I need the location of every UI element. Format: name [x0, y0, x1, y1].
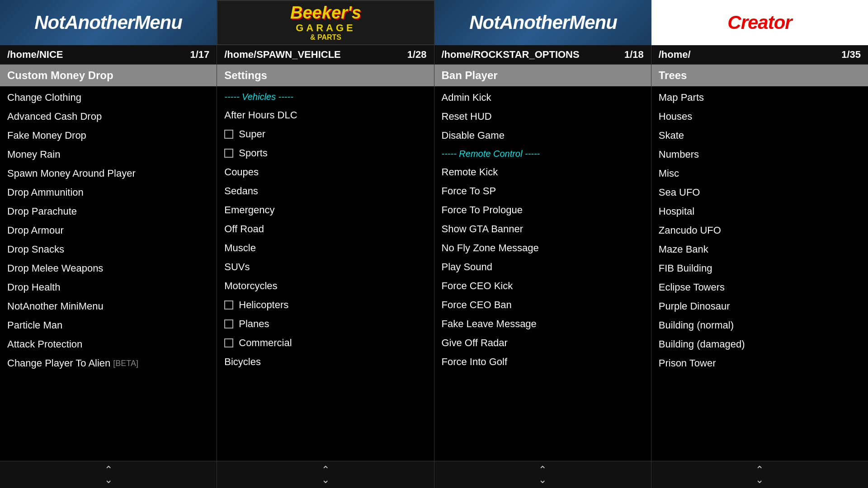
arrow-down-4[interactable]: ⌄ — [755, 475, 764, 485]
menu-item[interactable]: Force To Prologue — [434, 201, 651, 220]
panel-1: /home/NICE 1/17 Custom Money Drop Change… — [0, 45, 217, 461]
nav-arrows-1[interactable]: ⌃ ⌄ — [104, 465, 113, 485]
nav-arrows-2[interactable]: ⌃ ⌄ — [321, 465, 330, 485]
menu-item[interactable]: Fake Money Drop — [0, 126, 217, 145]
menu-item[interactable]: Prison Tower — [651, 354, 868, 373]
menu-item[interactable]: ----- Vehicles ----- — [217, 88, 434, 106]
path-4: /home/ — [659, 49, 691, 61]
menu-item[interactable]: FIB Building — [651, 259, 868, 278]
menu-item-label: Change Player To Alien — [7, 357, 110, 369]
menu-item[interactable]: Change Clothing — [0, 88, 217, 107]
checkbox-icon[interactable] — [224, 319, 233, 328]
menu-item[interactable]: Super — [217, 125, 434, 144]
menu-item[interactable]: Drop Ammunition — [0, 183, 217, 202]
menu-item[interactable]: Motorcycles — [217, 277, 434, 296]
menu-item[interactable]: Drop Health — [0, 278, 217, 297]
menu-item[interactable]: SUVs — [217, 258, 434, 277]
section-header-3[interactable]: Ban Player — [434, 65, 651, 86]
menu-item[interactable]: Maze Bank — [651, 240, 868, 259]
menu-item[interactable]: Coupes — [217, 163, 434, 182]
count-4: 1/35 — [841, 49, 861, 61]
menu-item[interactable]: Give Off Radar — [434, 333, 651, 352]
menu-item[interactable]: Muscle — [217, 239, 434, 258]
menu-item[interactable]: Attack Protection — [0, 335, 217, 354]
path-3: /home/ROCKSTAR_OPTIONS — [442, 49, 580, 61]
arrow-up-3[interactable]: ⌃ — [538, 465, 547, 475]
menu-item[interactable]: Planes — [217, 314, 434, 333]
header-panel-2: Beeker's GARAGE & PARTS — [217, 0, 435, 45]
menu-item-label: Commercial — [239, 337, 292, 349]
section-header-4[interactable]: Trees — [651, 65, 868, 86]
nav-arrows-3[interactable]: ⌃ ⌄ — [538, 465, 547, 485]
menu-item[interactable]: Sedans — [217, 182, 434, 201]
menu-item[interactable]: Drop Parachute — [0, 202, 217, 221]
arrow-up-4[interactable]: ⌃ — [755, 465, 764, 475]
menu-item[interactable]: Bicycles — [217, 352, 434, 371]
menu-item-label: Sports — [239, 147, 268, 159]
menu-item[interactable]: Drop Armour — [0, 221, 217, 240]
checkbox-icon[interactable] — [224, 300, 233, 310]
menu-item[interactable]: Eclipse Towers — [651, 278, 868, 297]
panel-3: /home/ROCKSTAR_OPTIONS 1/18 Ban Player A… — [434, 45, 651, 461]
checkbox-icon[interactable] — [224, 149, 233, 158]
menu-item[interactable]: Commercial — [217, 333, 434, 352]
menu-item[interactable]: Spawn Money Around Player — [0, 164, 217, 183]
menu-item[interactable]: Emergency — [217, 201, 434, 220]
menu-item[interactable]: Force To SP — [434, 182, 651, 201]
menu-item[interactable]: Force CEO Ban — [434, 296, 651, 314]
menu-item[interactable]: Building (normal) — [651, 316, 868, 335]
menu-item[interactable]: Houses — [651, 107, 868, 126]
menu-item[interactable]: Play Sound — [434, 258, 651, 277]
checkbox-icon[interactable] — [224, 130, 233, 139]
menu-item[interactable]: Force CEO Kick — [434, 277, 651, 296]
menu-item[interactable]: Particle Man — [0, 316, 217, 335]
footer-panel-4: ⌃ ⌄ — [651, 461, 868, 488]
menu-item[interactable]: Drop Snacks — [0, 240, 217, 259]
panel-2: /home/SPAWN_VEHICLE 1/28 Settings ----- … — [217, 45, 434, 461]
menu-item[interactable]: Reset HUD — [434, 107, 651, 126]
footer-panel-3: ⌃ ⌄ — [434, 461, 651, 488]
menu-item[interactable]: Building (damaged) — [651, 335, 868, 354]
menu-item[interactable]: Admin Kick — [434, 88, 651, 107]
nav-arrows-4[interactable]: ⌃ ⌄ — [755, 465, 764, 485]
menu-list-3: Admin KickReset HUDDisable Game----- Rem… — [434, 86, 651, 461]
section-header-1[interactable]: Custom Money Drop — [0, 65, 217, 86]
menu-item-label: Planes — [239, 318, 269, 330]
menu-item[interactable]: Numbers — [651, 145, 868, 164]
menu-item[interactable]: Helicopters — [217, 296, 434, 314]
menu-item[interactable]: Sports — [217, 144, 434, 163]
menu-list-2: ----- Vehicles -----After Hours DLCSuper… — [217, 86, 434, 461]
menu-item[interactable]: Misc — [651, 164, 868, 183]
menu-item[interactable]: Remote Kick — [434, 163, 651, 182]
menu-item[interactable]: Show GTA Banner — [434, 220, 651, 239]
arrow-up-2[interactable]: ⌃ — [321, 465, 330, 475]
menu-item[interactable]: Off Road — [217, 220, 434, 239]
menu-item[interactable]: ----- Remote Control ----- — [434, 145, 651, 163]
menu-item[interactable]: Purple Dinosaur — [651, 297, 868, 316]
menu-item[interactable]: Drop Melee Weapons — [0, 259, 217, 278]
menu-item[interactable]: Hospital — [651, 202, 868, 221]
menu-item[interactable]: Force Into Golf — [434, 352, 651, 371]
arrow-down-2[interactable]: ⌄ — [321, 475, 330, 485]
menu-item[interactable]: Skate — [651, 126, 868, 145]
menu-item[interactable]: After Hours DLC — [217, 106, 434, 125]
menu-item[interactable]: Disable Game — [434, 126, 651, 145]
arrow-up-1[interactable]: ⌃ — [104, 465, 113, 475]
menu-item[interactable]: Fake Leave Message — [434, 314, 651, 333]
menu-item[interactable]: Zancudo UFO — [651, 221, 868, 240]
menu-item[interactable]: Money Rain — [0, 145, 217, 164]
checkbox-icon[interactable] — [224, 338, 233, 347]
menu-item[interactable]: No Fly Zone Message — [434, 239, 651, 258]
header: NotAnotherMenu Beeker's GARAGE & PARTS N… — [0, 0, 868, 45]
menu-item[interactable]: Map Parts — [651, 88, 868, 107]
beeker-name: Beeker's — [290, 4, 361, 23]
menu-item[interactable]: Change Player To Alien [BETA] — [0, 354, 217, 373]
menu-item[interactable]: Advanced Cash Drop — [0, 107, 217, 126]
menu-item[interactable]: NotAnother MiniMenu — [0, 297, 217, 316]
path-bar-3: /home/ROCKSTAR_OPTIONS 1/18 — [434, 45, 651, 65]
arrow-down-1[interactable]: ⌄ — [104, 475, 113, 485]
section-header-2[interactable]: Settings — [217, 65, 434, 86]
main-content: /home/NICE 1/17 Custom Money Drop Change… — [0, 45, 868, 461]
menu-item[interactable]: Sea UFO — [651, 183, 868, 202]
arrow-down-3[interactable]: ⌄ — [538, 475, 547, 485]
